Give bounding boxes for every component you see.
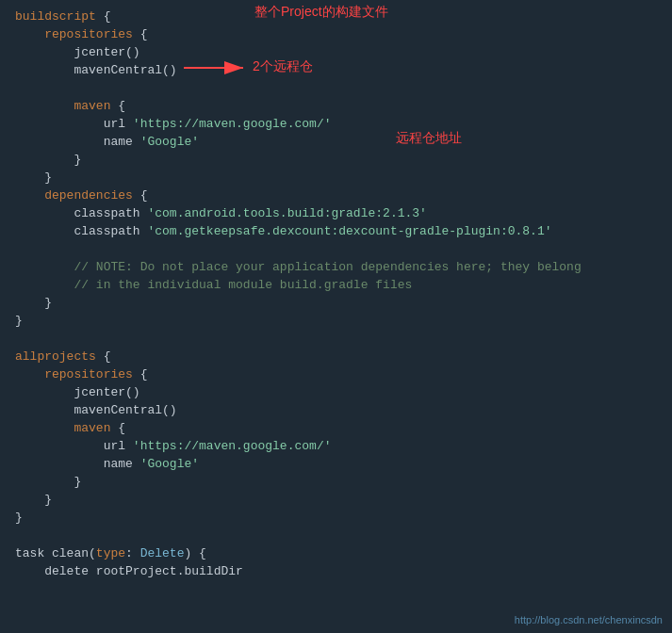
code-line-7: url 'https://maven.google.com/' <box>0 115 672 133</box>
code-line-26: name 'Google' <box>0 455 672 473</box>
code-line-9: } <box>0 151 672 169</box>
code-line-21: repositories { <box>0 365 672 383</box>
code-line-29: } <box>0 509 672 527</box>
code-line-25: url 'https://maven.google.com/' <box>0 437 672 455</box>
code-line-1: buildscript { <box>0 8 672 25</box>
code-line-11: dependencies { <box>0 187 672 204</box>
code-line-19 <box>0 330 672 348</box>
code-line-22: jcenter() <box>0 383 672 401</box>
watermark: http://blog.csdn.net/chenxincsdn <box>515 614 663 625</box>
code-line-31: task clean(type: Delete) { <box>0 544 672 562</box>
code-line-27: } <box>0 473 672 491</box>
code-line-18: } <box>0 312 672 330</box>
code-line-14 <box>0 240 672 258</box>
code-line-15: // NOTE: Do not place your application d… <box>0 258 672 276</box>
code-line-10: } <box>0 169 672 187</box>
code-line-3: jcenter() <box>0 43 672 61</box>
code-line-8: name 'Google' <box>0 133 672 151</box>
code-editor: 整个Project的构建文件 2个远程仓 远程仓地址 buildscript {… <box>0 0 672 633</box>
code-line-28: } <box>0 491 672 509</box>
code-line-4: mavenCentral() <box>0 61 672 79</box>
code-line-32: delete rootProject.buildDir <box>0 562 672 580</box>
code-line-12: classpath 'com.android.tools.build:gradl… <box>0 204 672 222</box>
code-line-16: // in the individual module build.gradle… <box>0 276 672 294</box>
code-line-2: repositories { <box>0 25 672 43</box>
code-line-24: maven { <box>0 419 672 437</box>
code-line-23: mavenCentral() <box>0 401 672 419</box>
code-line-6: maven { <box>0 97 672 115</box>
code-line-17: } <box>0 294 672 312</box>
code-line-5 <box>0 79 672 97</box>
code-line-30 <box>0 527 672 544</box>
code-line-13: classpath 'com.getkeepsafe.dexcount:dexc… <box>0 222 672 240</box>
code-line-20: allprojects { <box>0 348 672 365</box>
